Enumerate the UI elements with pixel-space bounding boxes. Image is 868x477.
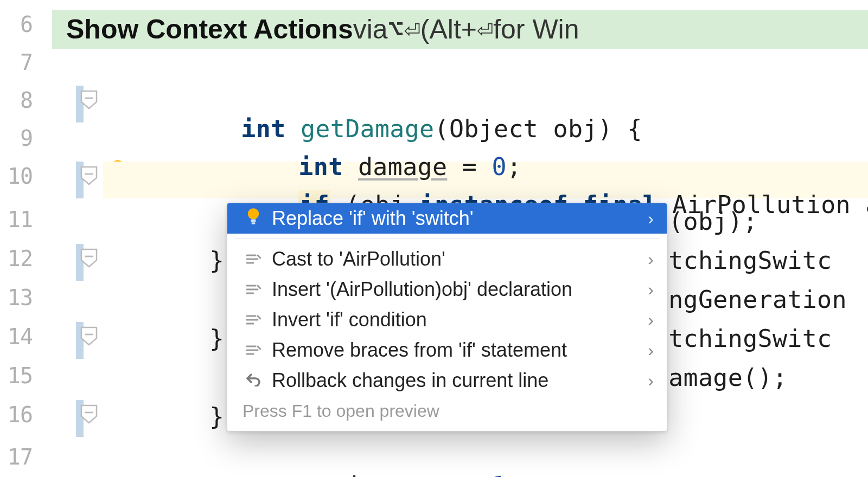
code-text: ; bbox=[507, 471, 521, 477]
svg-rect-9 bbox=[251, 220, 256, 222]
line-number: 16 bbox=[0, 402, 33, 427]
banner-shortcut-mac: ⌥⏎ bbox=[388, 14, 420, 45]
intention-icon bbox=[242, 340, 264, 360]
chevron-right-icon: › bbox=[648, 249, 654, 269]
code-line: } bbox=[209, 402, 224, 431]
fold-toggle-icon[interactable] bbox=[80, 166, 98, 185]
variable-name: damage bbox=[343, 471, 432, 477]
popup-item-label: Replace 'if' with 'switch' bbox=[272, 207, 474, 230]
popup-item-label: Invert 'if' condition bbox=[272, 308, 427, 331]
chevron-right-icon: › bbox=[648, 371, 654, 391]
chevron-right-icon: › bbox=[648, 280, 654, 300]
popup-item-label: Remove braces from 'if' statement bbox=[272, 339, 567, 362]
popup-item-rollback-changes[interactable]: Rollback changes in current line › bbox=[227, 365, 667, 396]
undo-icon bbox=[242, 371, 264, 391]
intention-icon bbox=[242, 280, 264, 300]
editor-gutter: 6 7 8 9 10 11 12 13 14 15 16 17 bbox=[0, 0, 76, 477]
line-number: 13 bbox=[0, 285, 33, 310]
context-actions-popup: Replace 'if' with 'switch' › Cast to 'Ai… bbox=[227, 203, 667, 431]
chevron-right-icon: › bbox=[648, 310, 654, 330]
line-number: 12 bbox=[0, 246, 33, 271]
intention-icon bbox=[242, 249, 264, 269]
number-literal: -1 bbox=[477, 471, 507, 477]
line-number: 14 bbox=[0, 324, 33, 349]
line-number: 7 bbox=[0, 50, 33, 75]
code-line: } bbox=[209, 246, 224, 275]
popup-item-insert-declaration[interactable]: Insert '(AirPollution)obj' declaration › bbox=[227, 274, 667, 305]
line-number: 11 bbox=[0, 207, 33, 232]
banner-title: Show Context Actions bbox=[66, 14, 353, 45]
banner-shortcut-win: ⏎ bbox=[477, 14, 493, 45]
fold-toggle-icon[interactable] bbox=[80, 90, 98, 109]
popup-separator bbox=[235, 238, 659, 238]
hint-banner: Show Context Actions via ⌥⏎ (Alt+ ⏎ for … bbox=[52, 10, 868, 49]
intention-icon bbox=[242, 310, 264, 330]
popup-item-replace-if-with-switch[interactable]: Replace 'if' with 'switch' › bbox=[227, 203, 667, 234]
popup-footer-hint: Press F1 to open preview bbox=[227, 396, 667, 431]
bulb-icon bbox=[242, 207, 264, 230]
popup-item-invert-if[interactable]: Invert 'if' condition › bbox=[227, 305, 667, 335]
line-number: 10 bbox=[0, 164, 33, 189]
fold-toggle-icon[interactable] bbox=[80, 404, 98, 424]
popup-item-remove-braces[interactable]: Remove braces from 'if' statement › bbox=[227, 335, 667, 365]
fold-toggle-icon[interactable] bbox=[80, 326, 98, 346]
popup-item-cast-to-airpollution[interactable]: Cast to 'AirPollution' › bbox=[227, 244, 667, 274]
chevron-right-icon: › bbox=[648, 209, 654, 229]
banner-text: (Alt+ bbox=[420, 14, 477, 45]
code-editor: 6 7 8 9 10 11 12 13 14 15 16 17 bbox=[0, 0, 868, 477]
code-line: damage = -1; bbox=[254, 442, 521, 477]
line-number: 17 bbox=[0, 444, 33, 469]
banner-text: via bbox=[353, 14, 388, 45]
popup-item-label: Cast to 'AirPollution' bbox=[272, 248, 445, 270]
line-number: 8 bbox=[0, 88, 33, 113]
banner-text: for Win bbox=[493, 14, 579, 45]
popup-item-label: Insert '(AirPollution)obj' declaration bbox=[272, 278, 572, 301]
chevron-right-icon: › bbox=[648, 340, 654, 360]
code-text: = bbox=[432, 471, 477, 477]
line-number: 6 bbox=[0, 12, 33, 37]
line-number: 9 bbox=[0, 126, 33, 151]
fold-toggle-icon[interactable] bbox=[80, 248, 98, 268]
line-number: 15 bbox=[0, 363, 33, 388]
code-line: } bbox=[209, 324, 224, 353]
popup-item-label: Rollback changes in current line bbox=[272, 369, 548, 392]
svg-point-8 bbox=[248, 208, 259, 219]
svg-rect-10 bbox=[252, 222, 256, 224]
